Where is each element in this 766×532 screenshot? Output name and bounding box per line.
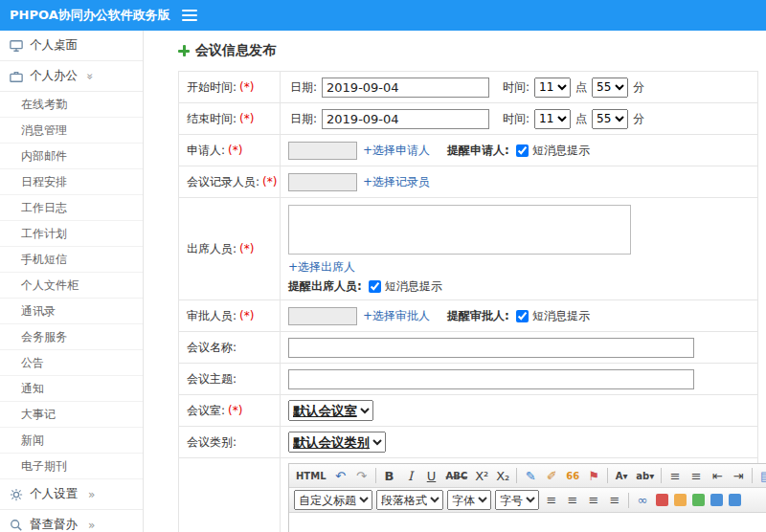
recorder-input[interactable] bbox=[288, 173, 357, 191]
sidebar-item[interactable]: 新闻 bbox=[0, 428, 143, 454]
remind-applicant-label: 提醒申请人: bbox=[447, 143, 509, 159]
applicant-sms-checkbox[interactable] bbox=[516, 144, 529, 157]
ordered-list-icon[interactable]: ≡ bbox=[665, 466, 685, 485]
emoticon-icon[interactable] bbox=[692, 494, 705, 506]
insert-code-icon[interactable] bbox=[729, 494, 741, 506]
sidebar-item[interactable]: 通知 bbox=[0, 376, 143, 402]
start-minute-select[interactable]: 55 bbox=[592, 78, 628, 98]
editor-content-area[interactable] bbox=[289, 513, 766, 532]
field-label: 出席人员: bbox=[187, 241, 237, 257]
end-date-input[interactable] bbox=[322, 109, 489, 129]
meeting-name-input[interactable] bbox=[288, 338, 694, 358]
font-family-select[interactable]: 字体 bbox=[447, 490, 491, 510]
form-row-attendees: 出席人员: (*) +选择出席人 提醒出席人员: 短消息提示 bbox=[179, 198, 757, 300]
select-applicant-link[interactable]: +选择申请人 bbox=[363, 143, 430, 159]
minute-unit-label: 分 bbox=[633, 79, 644, 96]
start-date-input[interactable] bbox=[322, 78, 489, 98]
bold-icon[interactable]: B bbox=[380, 466, 399, 485]
redo-icon[interactable]: ↷ bbox=[352, 466, 372, 485]
required-marker: (*) bbox=[239, 309, 254, 322]
attendees-textarea[interactable] bbox=[288, 205, 631, 255]
media-icon[interactable] bbox=[674, 494, 687, 506]
sidebar-item-personal-desktop[interactable]: 个人桌面 bbox=[0, 31, 143, 61]
toolbar-separator bbox=[516, 468, 517, 483]
align-center-icon[interactable]: ≡ bbox=[563, 491, 582, 510]
time-label: 时间: bbox=[503, 79, 529, 96]
hour-unit-label: 点 bbox=[575, 111, 587, 127]
field-label: 会议类别: bbox=[187, 434, 237, 451]
end-hour-select[interactable]: 11 bbox=[534, 109, 571, 129]
briefcase-icon bbox=[10, 70, 23, 83]
page-title: 会议信息发布 bbox=[178, 42, 756, 59]
align-left-icon[interactable]: ≡ bbox=[542, 491, 561, 510]
date-label: 日期: bbox=[290, 79, 317, 96]
sidebar-item[interactable]: 会务服务 bbox=[0, 324, 143, 350]
sidebar-item[interactable]: 个人文件柜 bbox=[0, 273, 143, 299]
superscript-icon[interactable]: X² bbox=[472, 466, 491, 485]
image-icon[interactable] bbox=[656, 494, 668, 506]
sidebar: 个人桌面 个人办公 » 在线考勤消息管理内部邮件日程安排工作日志工作计划手机短信… bbox=[0, 31, 144, 532]
sidebar-item[interactable]: 消息管理 bbox=[0, 118, 143, 144]
meeting-room-select[interactable]: 默认会议室 bbox=[288, 400, 373, 421]
source-page-icon[interactable]: ▤ bbox=[756, 466, 766, 485]
start-hour-select[interactable]: 11 bbox=[534, 78, 571, 98]
sidebar-item-personal-settings[interactable]: 个人设置 » bbox=[0, 479, 143, 510]
sidebar-item[interactable]: 工作计划 bbox=[0, 221, 143, 247]
table-icon[interactable] bbox=[710, 494, 723, 506]
unordered-list-icon[interactable]: ≡ bbox=[687, 466, 706, 485]
sidebar-item[interactable]: 公告 bbox=[0, 350, 143, 376]
applicant-input[interactable] bbox=[288, 142, 357, 160]
sms-hint-label: 短消息提示 bbox=[532, 308, 590, 324]
strikethrough-icon[interactable]: ABC bbox=[443, 466, 471, 485]
html-source-button[interactable]: HTML bbox=[293, 466, 329, 485]
outdent-icon[interactable]: ⇤ bbox=[708, 466, 727, 485]
highlight-color-icon[interactable]: ab▾ bbox=[633, 466, 657, 485]
custom-title-select[interactable]: 自定义标题 bbox=[294, 490, 372, 510]
hour-unit-label: 点 bbox=[575, 79, 587, 96]
subscript-icon[interactable]: X₂ bbox=[493, 466, 512, 485]
attendees-sms-checkbox[interactable] bbox=[369, 280, 381, 293]
sidebar-item[interactable]: 在线考勤 bbox=[0, 92, 143, 118]
link-icon[interactable]: ∞ bbox=[633, 491, 652, 510]
underline-icon[interactable]: U bbox=[422, 466, 441, 485]
end-minute-select[interactable]: 55 bbox=[592, 109, 628, 129]
hamburger-menu-icon[interactable] bbox=[182, 10, 197, 21]
meeting-topic-input[interactable] bbox=[288, 369, 694, 389]
select-approver-link[interactable]: +选择审批人 bbox=[363, 308, 430, 324]
select-recorder-link[interactable]: +选择记录员 bbox=[363, 174, 430, 190]
sidebar-item-label: 个人办公 bbox=[30, 68, 78, 84]
sidebar-item[interactable]: 工作日志 bbox=[0, 195, 143, 221]
sidebar-item-personal-office[interactable]: 个人办公 » bbox=[0, 61, 143, 92]
paragraph-format-select[interactable]: 段落格式 bbox=[376, 490, 443, 510]
select-attendees-link[interactable]: +选择出席人 bbox=[288, 259, 355, 276]
approver-input[interactable] bbox=[288, 307, 357, 325]
sidebar-item-supervision[interactable]: 督查督办 » bbox=[0, 510, 143, 532]
editor-format-selects: 自定义标题段落格式字体字号 bbox=[292, 490, 541, 510]
font-size-select[interactable]: 字号 bbox=[495, 490, 539, 510]
undo-icon[interactable]: ↶ bbox=[331, 466, 350, 485]
sidebar-item[interactable]: 手机短信 bbox=[0, 247, 143, 273]
blockquote-icon[interactable]: 66 bbox=[563, 466, 582, 485]
toolbar-separator bbox=[628, 493, 629, 508]
field-label: 会议名称: bbox=[187, 340, 237, 356]
editor-toolbar-row-2: 自定义标题段落格式字体字号 ≡≡≡≡∞ bbox=[289, 488, 766, 513]
form-row-meeting-topic: 会议主题: bbox=[179, 364, 757, 395]
align-right-icon[interactable]: ≡ bbox=[584, 491, 603, 510]
meeting-category-select[interactable]: 默认会议类别 bbox=[288, 432, 386, 453]
quick-format-icon[interactable]: ✐ bbox=[542, 466, 561, 485]
sidebar-item[interactable]: 内部邮件 bbox=[0, 144, 143, 169]
sidebar-item[interactable]: 日程安排 bbox=[0, 169, 143, 195]
indent-icon[interactable]: ⇥ bbox=[729, 466, 748, 485]
required-marker: (*) bbox=[262, 175, 277, 188]
italic-icon[interactable]: I bbox=[401, 466, 420, 485]
approver-sms-checkbox[interactable] bbox=[516, 310, 529, 322]
sidebar-item[interactable]: 通讯录 bbox=[0, 299, 143, 324]
sidebar-item[interactable]: 大事记 bbox=[0, 402, 143, 428]
required-marker: (*) bbox=[239, 80, 254, 94]
plugins-icon[interactable]: ⚑ bbox=[584, 466, 603, 485]
align-justify-icon[interactable]: ≡ bbox=[605, 491, 624, 510]
format-painter-icon[interactable]: ✎ bbox=[521, 466, 540, 485]
gear-icon bbox=[10, 488, 23, 501]
sidebar-item[interactable]: 电子期刊 bbox=[0, 454, 143, 479]
font-color-icon[interactable]: A▾ bbox=[612, 466, 631, 485]
